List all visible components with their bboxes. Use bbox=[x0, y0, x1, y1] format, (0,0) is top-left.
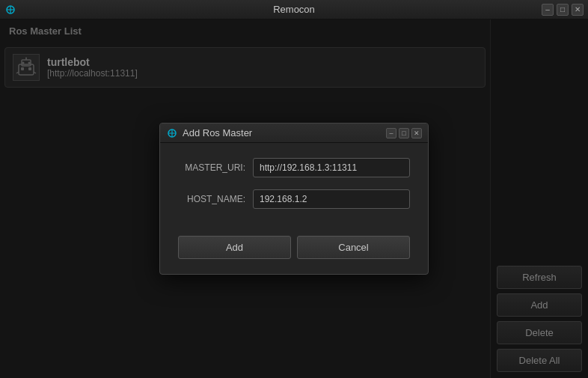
master-uri-row: MASTER_URI: bbox=[178, 158, 410, 177]
modal-titlebar: Add Ros Master – □ ✕ bbox=[160, 124, 428, 143]
maximize-button[interactable]: □ bbox=[557, 4, 569, 16]
modal-cancel-button[interactable]: Cancel bbox=[297, 236, 410, 259]
modal-ros-icon bbox=[166, 127, 178, 139]
title-bar: Remocon – □ ✕ bbox=[0, 0, 588, 19]
modal-add-button[interactable]: Add bbox=[178, 236, 291, 259]
add-ros-master-dialog: Add Ros Master – □ ✕ MASTER_URI: HOST_NA… bbox=[159, 123, 429, 275]
master-uri-input[interactable] bbox=[253, 158, 410, 177]
host-name-input[interactable] bbox=[253, 189, 410, 209]
minimize-button[interactable]: – bbox=[542, 4, 554, 16]
modal-body: MASTER_URI: HOST_NAME: bbox=[160, 143, 428, 236]
modal-footer: Add Cancel bbox=[160, 236, 428, 274]
master-uri-label: MASTER_URI: bbox=[178, 162, 245, 173]
title-bar-left bbox=[4, 4, 16, 16]
modal-minimize-button[interactable]: – bbox=[386, 128, 396, 138]
close-button[interactable]: ✕ bbox=[572, 4, 584, 16]
host-name-label: HOST_NAME: bbox=[178, 194, 245, 204]
modal-close-button[interactable]: ✕ bbox=[411, 128, 422, 138]
window-title: Remocon bbox=[273, 4, 315, 15]
main-content: Ros Master List bbox=[0, 19, 588, 378]
modal-maximize-button[interactable]: □ bbox=[399, 128, 409, 138]
modal-controls: – □ ✕ bbox=[386, 128, 422, 138]
title-bar-controls: – □ ✕ bbox=[542, 4, 584, 16]
ros-icon bbox=[4, 4, 16, 16]
host-name-row: HOST_NAME: bbox=[178, 189, 410, 209]
modal-overlay: Add Ros Master – □ ✕ MASTER_URI: HOST_NA… bbox=[0, 19, 588, 378]
modal-title: Add Ros Master bbox=[183, 127, 252, 138]
modal-title-left: Add Ros Master bbox=[166, 127, 252, 139]
